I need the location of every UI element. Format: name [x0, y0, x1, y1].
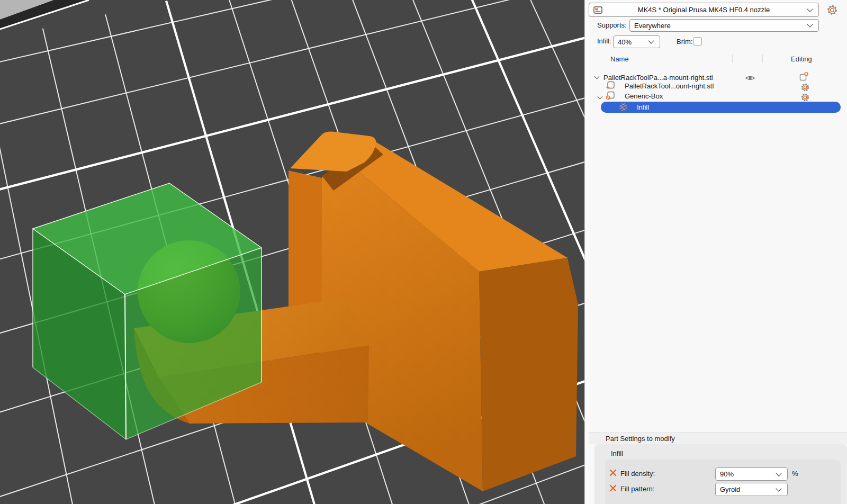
fill-density-suffix: % [792, 470, 798, 478]
tree-row-infill[interactable]: Infill [637, 103, 649, 111]
gear-icon[interactable] [800, 93, 810, 102]
tree-row-object[interactable]: PalletRackToolPa...a-mount-right.stl [603, 74, 713, 82]
eye-icon[interactable] [745, 75, 755, 82]
prusaslicer-window: MK4S * Original Prusa MK4S HF0.4 nozzle … [0, 0, 847, 504]
editing-column-header: Editing [791, 55, 812, 63]
chevron-down-icon [648, 38, 654, 43]
settings-group-label: Infill [611, 449, 623, 457]
fill-density-value: 90% [716, 470, 773, 478]
fill-density-label: Fill density: [620, 470, 655, 478]
supports-select[interactable]: Everywhere [629, 19, 819, 32]
chevron-down-icon[interactable] [594, 74, 600, 79]
column-divider[interactable] [762, 55, 763, 63]
chevron-down-icon [776, 485, 781, 491]
fill-pattern-select[interactable]: Gyroid [715, 483, 788, 496]
infill-select[interactable]: 40% [613, 35, 660, 48]
object-settings-icon[interactable] [799, 72, 808, 81]
modifier-cube-icon [606, 91, 615, 100]
brim-checkbox[interactable] [693, 37, 702, 46]
part-settings-header: Part Settings to modify [589, 433, 847, 444]
name-column-header: Name [610, 55, 629, 63]
cross-icon[interactable] [609, 469, 617, 476]
brim-label: Brim: [677, 38, 692, 46]
chevron-down-icon [807, 6, 813, 12]
infill-lattice-icon [619, 103, 628, 112]
supports-label: Supports: [597, 21, 627, 29]
infill-label: Infill: [597, 37, 611, 45]
gear-icon[interactable] [800, 83, 810, 92]
fill-pattern-label: Fill pattern: [620, 485, 654, 493]
settings-group-box [605, 460, 841, 504]
bracket-right-face [479, 258, 578, 491]
column-divider[interactable] [732, 55, 733, 63]
cross-icon[interactable] [609, 484, 617, 492]
tree-row-modifier-box[interactable]: Generic-Box [625, 92, 663, 100]
chevron-down-icon [807, 21, 813, 27]
fill-pattern-value: Gyroid [716, 485, 773, 493]
part-cube-icon [606, 81, 615, 90]
printer-settings-gear-icon[interactable] [826, 4, 838, 16]
printer-selector[interactable]: MK4S * Original Prusa MK4S HF0.4 nozzle [589, 3, 819, 17]
printer-name: MK4S * Original Prusa MK4S HF0.4 nozzle [603, 6, 805, 14]
viewport-3d[interactable] [0, 0, 584, 504]
right-panel: MK4S * Original Prusa MK4S HF0.4 nozzle … [589, 0, 847, 504]
supports-value: Everywhere [630, 22, 805, 30]
chevron-down-icon[interactable] [598, 94, 603, 100]
part-settings-title: Part Settings to modify [606, 435, 675, 443]
fill-density-select[interactable]: 90% [715, 467, 788, 481]
bracket-hook-lip-face [289, 170, 322, 308]
printer-icon [593, 6, 603, 14]
panel-divider [584, 0, 589, 504]
infill-value: 40% [614, 38, 646, 46]
chevron-down-icon [776, 470, 781, 476]
tree-row-part[interactable]: PalletRackTool...ount-right.stl [625, 82, 714, 90]
